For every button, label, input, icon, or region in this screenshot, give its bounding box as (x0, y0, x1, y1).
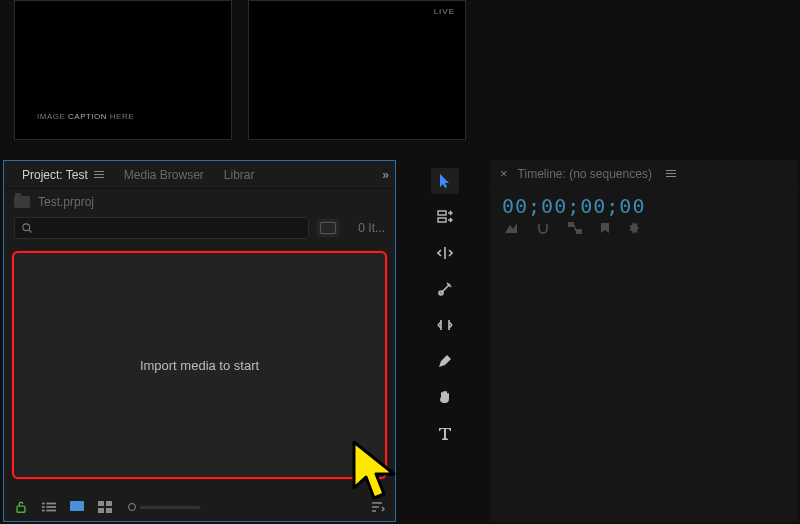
svg-rect-23 (568, 222, 574, 227)
svg-line-1 (29, 230, 32, 233)
project-search-row: 0 It... (4, 213, 395, 245)
svg-rect-6 (46, 506, 56, 508)
icon-view-button[interactable] (70, 501, 84, 513)
timeline-close-icon[interactable]: × (500, 166, 508, 181)
timecode-display[interactable]: 00;00;00;00 (490, 188, 798, 220)
source-preview-2[interactable]: LIVE (248, 0, 466, 140)
svg-rect-12 (98, 508, 104, 513)
pen-tool[interactable] (431, 348, 459, 374)
timeline-panel-menu-icon[interactable] (666, 170, 676, 177)
media-drop-label: Import media to start (140, 358, 259, 373)
freeform-view-button[interactable] (98, 501, 114, 513)
linked-selection-icon[interactable] (568, 222, 582, 239)
project-footer (4, 493, 395, 521)
preview-row: IMAGE CAPTION HERE LIVE (14, 0, 466, 140)
timeline-title: Timeline: (no sequences) (518, 167, 652, 181)
tool-strip (425, 160, 465, 446)
hand-tool[interactable] (431, 384, 459, 410)
search-input[interactable] (14, 217, 309, 239)
panel-tab-bar: Project: Test Media Browser Librar » (4, 161, 395, 189)
selection-tool[interactable] (431, 168, 459, 194)
svg-rect-10 (98, 501, 104, 506)
ripple-edit-tool[interactable] (431, 240, 459, 266)
slip-tool[interactable] (431, 312, 459, 338)
track-select-tool[interactable] (431, 204, 459, 230)
project-panel: Project: Test Media Browser Librar » Tes… (3, 160, 396, 522)
tab-project[interactable]: Project: Test (12, 161, 114, 188)
project-file-row: Test.prproj (4, 189, 395, 213)
svg-rect-4 (46, 503, 56, 505)
svg-rect-11 (106, 501, 112, 506)
tab-overflow-icon[interactable]: » (382, 168, 387, 182)
svg-rect-5 (42, 506, 45, 508)
razor-tool[interactable] (431, 276, 459, 302)
markers-icon[interactable] (600, 222, 610, 239)
svg-rect-17 (438, 211, 446, 215)
item-count: 0 It... (347, 221, 385, 235)
sort-icon[interactable] (371, 501, 385, 513)
list-view-button[interactable] (42, 501, 56, 513)
source-preview-1[interactable]: IMAGE CAPTION HERE (14, 0, 232, 140)
project-file-icon (14, 196, 30, 208)
svg-rect-2 (17, 506, 25, 512)
type-tool[interactable] (431, 420, 459, 446)
svg-rect-24 (576, 229, 582, 234)
tab-media-browser[interactable]: Media Browser (114, 161, 214, 188)
zoom-slider[interactable] (128, 503, 200, 511)
project-file-name: Test.prproj (38, 195, 94, 209)
preview-live-badge: LIVE (434, 7, 455, 16)
timeline-toolbar (490, 220, 798, 241)
svg-line-25 (574, 225, 576, 231)
svg-point-0 (23, 224, 30, 231)
insert-mode-icon[interactable] (504, 222, 518, 239)
media-drop-zone[interactable]: Import media to start (12, 251, 387, 479)
tab-libraries[interactable]: Librar (214, 161, 265, 188)
timeline-panel: × Timeline: (no sequences) 00;00;00;00 (490, 160, 798, 522)
search-icon (21, 222, 33, 234)
panel-menu-icon[interactable] (94, 171, 104, 178)
tab-project-label: Project: Test (22, 168, 88, 182)
svg-rect-9 (70, 501, 84, 511)
preview-caption: IMAGE CAPTION HERE (37, 112, 134, 121)
settings-icon[interactable] (628, 222, 642, 239)
svg-rect-8 (46, 510, 56, 512)
lock-icon[interactable] (14, 500, 28, 514)
timeline-header: × Timeline: (no sequences) (490, 160, 798, 188)
svg-rect-3 (42, 503, 45, 505)
svg-rect-7 (42, 510, 45, 512)
svg-rect-18 (438, 218, 446, 222)
new-bin-button[interactable] (317, 219, 339, 237)
snap-icon[interactable] (536, 222, 550, 239)
svg-rect-13 (106, 508, 112, 513)
